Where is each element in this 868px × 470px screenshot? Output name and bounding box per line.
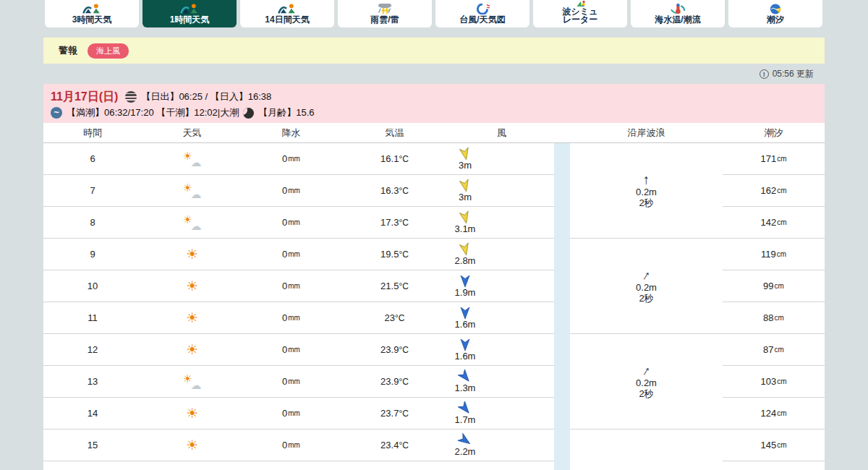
precip-value: 0mm bbox=[242, 143, 340, 174]
hour-value: 14 bbox=[43, 398, 142, 429]
tide-value: 145cm bbox=[723, 430, 825, 461]
temp-value: 21.5°C bbox=[340, 270, 449, 302]
temp-value: 23.9°C bbox=[340, 366, 449, 397]
date-label: 11月17日(日) bbox=[51, 90, 118, 105]
tide-value: 124cm bbox=[723, 398, 825, 430]
wind-direction-arrow bbox=[459, 275, 471, 288]
wind-cell: 3m bbox=[449, 179, 481, 202]
tide-value: 87cm bbox=[723, 334, 825, 366]
hour-value: 6 bbox=[43, 143, 142, 174]
hour-value bbox=[43, 461, 142, 470]
table-header-row: 時間 天気 降水 気温 風 沿岸波浪 潮汐 bbox=[43, 123, 825, 143]
tide-column: 171cm 162cm 142cm 119cm 99cm 88cm 87cm 1… bbox=[723, 143, 825, 470]
tab-label: 潮汐 bbox=[767, 16, 784, 24]
tide-value: 142cm bbox=[723, 207, 825, 239]
precip-value: 0mm bbox=[242, 366, 340, 397]
update-time-text: 05:56 更新 bbox=[773, 68, 814, 80]
tab-typhoon-weathermap[interactable]: 台風/天気図 bbox=[435, 0, 529, 27]
tab-label-line2: レーター bbox=[563, 16, 598, 24]
tide-value: 99cm bbox=[723, 270, 825, 302]
col-header-time: 時間 bbox=[43, 123, 142, 142]
wind-direction-arrow bbox=[458, 242, 472, 257]
forecast-rows: 6 ☀☁ 0mm 16.1°C 3m 7 ☀☁ 0mm 16.3°C 3m 8 … bbox=[43, 143, 554, 470]
precip-value: 0mm bbox=[242, 207, 340, 238]
wind-cell: 2.2m bbox=[449, 434, 481, 457]
tab-label: 雨雲/雷 bbox=[370, 16, 399, 24]
warning-badge-sea-wind[interactable]: 海上風 bbox=[88, 43, 129, 59]
table-row: 11 ☀ 0mm 23°C 1.6m bbox=[43, 302, 554, 334]
warning-bar: 警報 海上風 bbox=[43, 38, 825, 64]
hour-value: 10 bbox=[43, 270, 142, 302]
wave-period: 2秒 bbox=[639, 293, 653, 304]
wind-speed: 3m bbox=[459, 161, 472, 171]
tab-sea-temp-current[interactable]: 海水温/潮流 bbox=[631, 0, 725, 27]
precip-value: 0mm bbox=[242, 334, 340, 365]
tab-label: 14日間天気 bbox=[265, 16, 309, 24]
precip-value: 0mm bbox=[242, 430, 340, 461]
day-header: 11月17日(日) 【日出】06:25 / 【日入】16:38 ~ 【満潮】06… bbox=[43, 84, 825, 123]
sun-cloud-icon: ☀☁ bbox=[183, 214, 202, 231]
wind-speed: 3m bbox=[459, 192, 472, 202]
coastal-wave-column: ↑ 0.2m 2秒 ↑ 0.2m 2秒 ↑ 0.2m 2秒 ↑ bbox=[570, 143, 723, 470]
precip-value: 0mm bbox=[242, 175, 340, 206]
temp-value: 17.3°C bbox=[340, 207, 449, 238]
wave-simulator-icon bbox=[569, 0, 591, 7]
hour-value: 15 bbox=[43, 430, 142, 461]
tide-value: 103cm bbox=[723, 366, 825, 398]
sun-cloud-icon: ☀☁ bbox=[183, 150, 202, 168]
col-header-gap bbox=[554, 123, 570, 142]
tab-label: 1時間天気 bbox=[170, 16, 210, 24]
wind-cell: 1.9m bbox=[449, 275, 481, 298]
wave-height: 0.2m bbox=[636, 187, 657, 197]
update-time: ! 05:56 更新 bbox=[760, 68, 814, 80]
tide-value: 171cm bbox=[723, 143, 825, 175]
temp-value: 19.5°C bbox=[340, 239, 449, 270]
hour-value: 8 bbox=[43, 207, 142, 238]
wind-cell: 1.6m bbox=[449, 338, 481, 362]
wave-period: 2秒 bbox=[639, 388, 653, 399]
sunrise-icon bbox=[125, 91, 137, 103]
table-row: 9 ☀ 0mm 19.5°C 2.8m bbox=[43, 239, 554, 270]
wind-direction-arrow bbox=[459, 338, 471, 351]
precip-value: 0mm bbox=[242, 270, 340, 302]
tab-14day-weather[interactable]: 14日間天気 bbox=[240, 0, 334, 27]
tab-radar-lightning[interactable]: 雨雲/雷 bbox=[338, 0, 432, 27]
col-header-tide: 潮汐 bbox=[723, 123, 825, 142]
tab-tide[interactable]: 潮汐 bbox=[728, 0, 822, 27]
table-row: 13 ☀☁ 0mm 23.9°C 1.3m bbox=[43, 366, 554, 398]
high-low-tide-times: 【満潮】06:32/17:20 【干潮】12:02|大潮 bbox=[67, 106, 239, 119]
wind-speed: 1.6m bbox=[455, 351, 476, 362]
temp-value: 23.7°C bbox=[340, 398, 449, 429]
tab-1hour-weather[interactable]: 1時間天気 bbox=[142, 0, 237, 27]
landscape-icon bbox=[81, 4, 103, 14]
wind-speed: 1.6m bbox=[455, 320, 476, 330]
wind-cell: 1.3m bbox=[449, 370, 481, 393]
tide-ball-icon bbox=[765, 4, 786, 14]
column-separator-strip bbox=[554, 143, 570, 470]
hour-value: 12 bbox=[43, 334, 142, 365]
moon-phase-icon bbox=[243, 108, 254, 119]
table-row: 10 ☀ 0mm 21.5°C 1.9m bbox=[43, 270, 554, 302]
tab-wave-simulator[interactable]: 波シミュ レーター bbox=[533, 0, 627, 27]
tab-label: 海水温/潮流 bbox=[655, 16, 700, 24]
temp-value: 16.1°C bbox=[340, 143, 449, 174]
sunny-icon: ☀ bbox=[186, 279, 198, 293]
wind-direction-arrow bbox=[458, 210, 472, 225]
wind-speed: 3.1m bbox=[455, 224, 476, 234]
table-row: 7 ☀☁ 0mm 16.3°C 3m bbox=[43, 175, 554, 207]
sun-cloud-icon: ☀☁ bbox=[183, 182, 202, 200]
rain-lightning-icon bbox=[374, 4, 396, 14]
hourly-forecast-table: 時間 天気 降水 気温 風 沿岸波浪 潮汐 6 ☀☁ 0mm 16.1°C 3m… bbox=[43, 123, 825, 470]
tide-value: 119cm bbox=[723, 239, 825, 270]
wave-direction-arrow: ↑ bbox=[643, 174, 650, 187]
wave-direction-arrow: ↑ bbox=[640, 268, 653, 282]
wind-cell: 3m bbox=[449, 148, 481, 171]
temp-value: 23.4°C bbox=[340, 430, 449, 461]
tab-3hour-weather[interactable]: 3時間天気 bbox=[45, 0, 139, 27]
table-row: 15 ☀ 0mm 23.4°C 2.2m bbox=[43, 430, 554, 461]
temp-value: 23.9°C bbox=[340, 334, 449, 365]
warning-label: 警報 bbox=[59, 44, 77, 57]
table-row: 8 ☀☁ 0mm 17.3°C 3.1m bbox=[43, 207, 554, 239]
sun-cloud-icon: ☀☁ bbox=[183, 373, 202, 390]
wind-speed: 1.9m bbox=[455, 288, 476, 298]
